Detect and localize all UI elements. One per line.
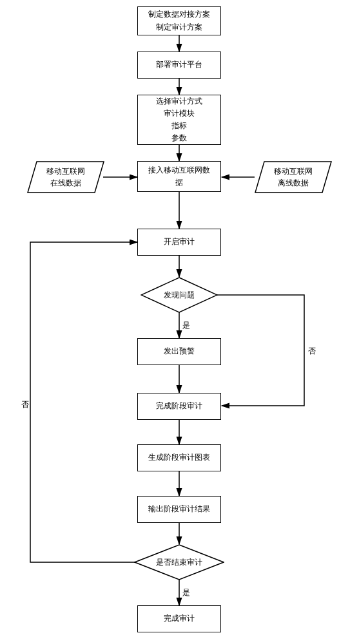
node-output-results: 输出阶段审计结果 [137,496,221,523]
text-line: 据 [175,176,183,189]
text-line: 接入移动互联网数 [148,164,210,176]
text-line: 生成阶段审计图表 [148,451,210,464]
node-online-data: 移动互联网 在线数据 [27,161,104,193]
edge-label-yes: 是 [182,587,190,598]
text-line: 是否结束审计 [156,557,202,568]
flowchart-canvas: 制定数据对接方案 制定审计方案 部署审计平台 选择审计方式 审计模块 指标 参数… [0,0,359,644]
text-line: 开启审计 [164,236,195,248]
node-generate-charts: 生成阶段审计图表 [137,444,221,471]
text-line: 发出预警 [164,345,195,357]
decision-problem-found: 发现问题 [141,277,218,313]
node-offline-data: 移动互联网 离线数据 [255,161,332,193]
node-select-mode: 选择审计方式 审计模块 指标 参数 [137,95,221,145]
text-line: 制定审计方案 [156,21,202,33]
node-issue-alert: 发出预警 [137,338,221,365]
edge-label-no: 否 [21,399,29,410]
node-start-audit: 开启审计 [137,229,221,256]
text-line: 审计模块 [164,108,195,120]
text-line: 离线数据 [274,177,313,189]
text-line: 选择审计方式 [156,95,202,108]
text-line: 指标 [171,120,187,132]
text-line: 部署审计平台 [156,59,202,71]
text-line: 在线数据 [46,177,85,189]
decision-end-audit: 是否结束审计 [134,544,224,580]
text-line: 制定数据对接方案 [148,8,210,21]
node-define-plan: 制定数据对接方案 制定审计方案 [137,6,221,35]
text-line: 完成审计 [164,612,195,625]
edge-label-no: 否 [308,346,316,357]
text-line: 输出阶段审计结果 [148,503,210,515]
node-access-data: 接入移动互联网数 据 [137,161,221,192]
node-complete-audit: 完成审计 [137,605,221,632]
text-line: 参数 [171,132,187,144]
text-line: 发现问题 [164,290,195,301]
text-line: 移动互联网 [274,166,313,177]
text-line: 完成阶段审计 [156,400,202,412]
node-complete-phase: 完成阶段审计 [137,393,221,420]
text-line: 移动互联网 [46,166,85,177]
edge-label-yes: 是 [182,320,190,331]
node-deploy-platform: 部署审计平台 [137,52,221,79]
